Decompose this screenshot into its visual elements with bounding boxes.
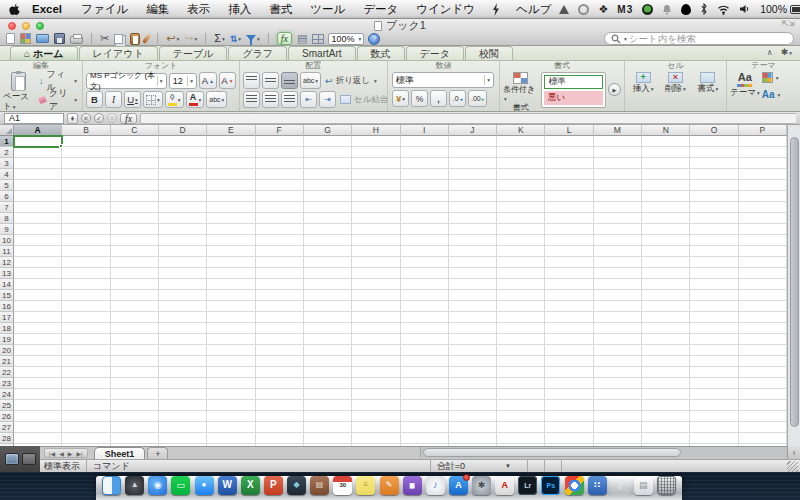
cell-D12[interactable] <box>159 257 207 268</box>
cell-B28[interactable] <box>62 433 110 444</box>
cell-A11[interactable] <box>14 246 62 257</box>
cell-B20[interactable] <box>62 345 110 356</box>
volume-icon[interactable] <box>739 4 751 14</box>
column-header-I[interactable]: I <box>401 125 449 136</box>
cell-M9[interactable] <box>594 224 642 235</box>
cell-M10[interactable] <box>594 235 642 246</box>
cell-P23[interactable] <box>739 378 787 389</box>
cell-C22[interactable] <box>111 367 159 378</box>
cell-F2[interactable] <box>256 147 304 158</box>
row-header-16[interactable]: 16 <box>0 301 14 312</box>
cell-F6[interactable] <box>256 191 304 202</box>
cell-F27[interactable] <box>256 422 304 433</box>
cell-A26[interactable] <box>14 411 62 422</box>
cell-N13[interactable] <box>642 268 690 279</box>
cell-H9[interactable] <box>352 224 400 235</box>
cell-J1[interactable] <box>449 136 497 147</box>
cell-G6[interactable] <box>304 191 352 202</box>
cell-C13[interactable] <box>111 268 159 279</box>
italic-button[interactable]: I <box>105 91 122 108</box>
dock-finder-icon[interactable] <box>102 476 121 495</box>
cell-A16[interactable] <box>14 301 62 312</box>
cell-E28[interactable] <box>207 433 255 444</box>
cell-I10[interactable] <box>401 235 449 246</box>
cell-L8[interactable] <box>545 213 593 224</box>
enter-icon[interactable]: ✓ <box>94 113 104 123</box>
cell-K2[interactable] <box>497 147 545 158</box>
open-icon[interactable] <box>36 32 49 45</box>
cell-F9[interactable] <box>256 224 304 235</box>
cell-D2[interactable] <box>159 147 207 158</box>
balloon-icon[interactable] <box>681 4 691 15</box>
cell-H6[interactable] <box>352 191 400 202</box>
cell-O15[interactable] <box>690 290 738 301</box>
cell-P2[interactable] <box>739 147 787 158</box>
cell-H7[interactable] <box>352 202 400 213</box>
dock-editor-icon[interactable]: ✎ <box>380 476 399 495</box>
cell-B15[interactable] <box>62 290 110 301</box>
dock-chart-app-icon[interactable]: ▆ <box>403 476 422 495</box>
dock-missing-app-icon[interactable]: ? <box>611 476 630 495</box>
cell-F22[interactable] <box>256 367 304 378</box>
cell-B12[interactable] <box>62 257 110 268</box>
column-header-M[interactable]: M <box>594 125 642 136</box>
cell-L16[interactable] <box>545 301 593 312</box>
cell-P9[interactable] <box>739 224 787 235</box>
cell-O13[interactable] <box>690 268 738 279</box>
grow-font-button[interactable]: A▲ <box>199 72 216 89</box>
cell-A2[interactable] <box>14 147 62 158</box>
cell-E26[interactable] <box>207 411 255 422</box>
cell-B17[interactable] <box>62 312 110 323</box>
cell-N10[interactable] <box>642 235 690 246</box>
dropbox-icon[interactable]: ❖ <box>598 3 608 16</box>
dock-powerpoint-icon[interactable]: P <box>264 476 283 495</box>
cell-B23[interactable] <box>62 378 110 389</box>
cell-O26[interactable] <box>690 411 738 422</box>
cell-M2[interactable] <box>594 147 642 158</box>
cell-E20[interactable] <box>207 345 255 356</box>
vertical-scrollbar[interactable] <box>787 125 800 446</box>
cell-M12[interactable] <box>594 257 642 268</box>
cell-G24[interactable] <box>304 389 352 400</box>
cell-D9[interactable] <box>159 224 207 235</box>
cell-A8[interactable] <box>14 213 62 224</box>
cell-J15[interactable] <box>449 290 497 301</box>
delete-cells-button[interactable]: ×削除▾ <box>665 72 686 94</box>
cell-E18[interactable] <box>207 323 255 334</box>
sort-icon[interactable]: ⇅▾ <box>230 32 241 45</box>
row-header-14[interactable]: 14 <box>0 279 14 290</box>
cell-H25[interactable] <box>352 400 400 411</box>
cell-I28[interactable] <box>401 433 449 444</box>
cell-J22[interactable] <box>449 367 497 378</box>
cell-O7[interactable] <box>690 202 738 213</box>
sheet-nav-buttons[interactable]: |◀◀▶▶| <box>44 448 88 458</box>
normal-view-button[interactable] <box>5 453 19 465</box>
cell-N5[interactable] <box>642 180 690 191</box>
cell-H2[interactable] <box>352 147 400 158</box>
cell-L9[interactable] <box>545 224 593 235</box>
cell-K24[interactable] <box>497 389 545 400</box>
cell-G7[interactable] <box>304 202 352 213</box>
cell-M20[interactable] <box>594 345 642 356</box>
cell-K4[interactable] <box>497 169 545 180</box>
row-header-3[interactable]: 3 <box>0 158 14 169</box>
cell-O22[interactable] <box>690 367 738 378</box>
cell-B18[interactable] <box>62 323 110 334</box>
column-header-D[interactable]: D <box>159 125 207 136</box>
cell-D17[interactable] <box>159 312 207 323</box>
cell-G25[interactable] <box>304 400 352 411</box>
cell-L10[interactable] <box>545 235 593 246</box>
row-header-18[interactable]: 18 <box>0 323 14 334</box>
cell-I16[interactable] <box>401 301 449 312</box>
new-workbook-icon[interactable] <box>6 32 15 45</box>
cell-I22[interactable] <box>401 367 449 378</box>
cell-I3[interactable] <box>401 158 449 169</box>
cell-G8[interactable] <box>304 213 352 224</box>
cell-M7[interactable] <box>594 202 642 213</box>
column-header-J[interactable]: J <box>449 125 497 136</box>
cell-L11[interactable] <box>545 246 593 257</box>
cell-P19[interactable] <box>739 334 787 345</box>
cell-N16[interactable] <box>642 301 690 312</box>
column-header-H[interactable]: H <box>352 125 400 136</box>
dock-word-icon[interactable]: W <box>218 476 237 495</box>
